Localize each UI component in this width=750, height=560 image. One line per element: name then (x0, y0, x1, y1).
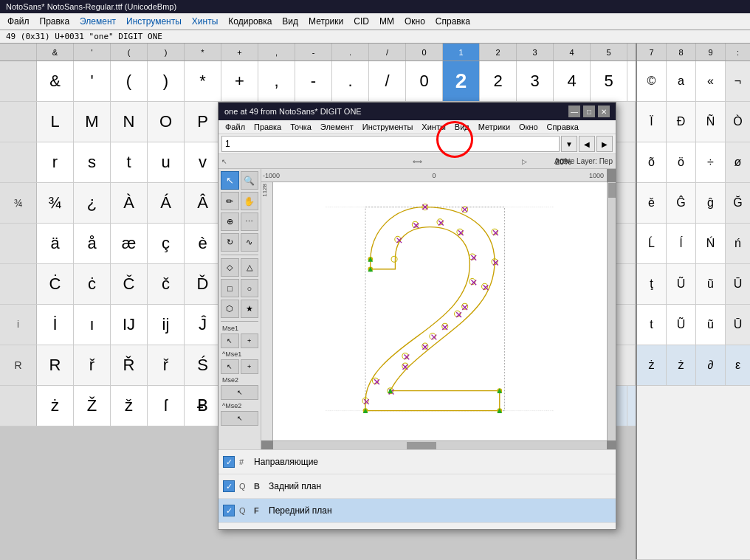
menu-view[interactable]: Вид (278, 15, 303, 28)
char-cell-ccaron[interactable]: č (148, 264, 185, 304)
char-cell-ij[interactable]: ij (148, 305, 185, 345)
char-cell-lparen[interactable]: ( (111, 61, 148, 101)
menu-tools[interactable]: Инструменты (122, 15, 186, 28)
char-cell-s[interactable]: s (74, 142, 111, 182)
char-cell-rparen[interactable]: ) (148, 61, 185, 101)
mse1-ctrl-btn[interactable]: ↖ (221, 359, 239, 374)
menu-metrics[interactable]: Метрики (304, 15, 348, 28)
char-cell-longs[interactable]: ſ (148, 386, 185, 426)
char-cell-Cdot[interactable]: Ċ (37, 264, 74, 304)
star-tool[interactable]: ★ (241, 300, 259, 318)
char-cell-comma[interactable]: , (258, 61, 295, 101)
float-menu-metrics[interactable]: Метрики (475, 121, 514, 133)
char-cell-egrave[interactable]: è (185, 224, 221, 263)
char-cell-two[interactable]: 2 (480, 61, 517, 101)
right-cell-Ograve-r[interactable]: Ò (726, 102, 750, 142)
char-cell-zcaron[interactable]: ž (111, 386, 148, 426)
right-cell-copyright[interactable]: © (637, 61, 667, 101)
vertical-scrollbar[interactable] (607, 182, 616, 440)
right-cell-gcirc[interactable]: ĝ (696, 183, 726, 223)
char-cell-Zcaron[interactable]: Ž (74, 386, 111, 426)
knife-tool[interactable]: ◇ (221, 258, 239, 277)
minimize-button[interactable]: — (568, 106, 580, 117)
char-cell-aelig[interactable]: æ (111, 224, 148, 263)
char-cell-O[interactable]: O (148, 102, 185, 142)
right-cell-utilde2[interactable]: ũ (696, 305, 726, 345)
float-menu-hints[interactable]: Хинты (418, 121, 450, 133)
right-cell-zdot-r[interactable]: ż (637, 345, 667, 385)
right-cell-ecaron[interactable]: ě (637, 183, 667, 223)
right-cell-Ntilde-r[interactable]: Ñ (696, 102, 726, 142)
right-cell-div[interactable]: ÷ (696, 142, 726, 182)
float-menu-edit[interactable]: Правка (250, 121, 285, 133)
menu-element[interactable]: Элемент (75, 15, 120, 28)
layer-fg-checkbox[interactable]: ✓ (223, 505, 235, 516)
char-cell-t[interactable]: t (111, 142, 148, 182)
char-cell-amacron2[interactable]: ā (627, 386, 636, 426)
right-cell-laquo[interactable]: « (696, 61, 726, 101)
right-cell-Eth-r[interactable]: Ð (667, 102, 696, 142)
right-cell-Gbreve[interactable]: Ğ (726, 183, 750, 223)
right-cell-epsilon[interactable]: ε (726, 345, 750, 385)
char-cell-r[interactable]: r (37, 142, 74, 182)
char-cell-auml[interactable]: ä (37, 224, 74, 263)
char-cell-dot[interactable]: . (332, 61, 369, 101)
char-cell-zdot[interactable]: ż (37, 386, 74, 426)
right-cell-oslash[interactable]: ø (726, 142, 750, 182)
menu-edit[interactable]: Правка (35, 15, 75, 28)
right-cell-t2[interactable]: t (637, 305, 667, 345)
char-cell-rcaron2[interactable]: ř (148, 345, 185, 385)
draw-tool[interactable]: ✏ (221, 192, 239, 210)
menu-window[interactable]: Окно (400, 15, 430, 28)
right-cell-otilde[interactable]: õ (637, 142, 667, 182)
char-cell-Ccaron[interactable]: Č (111, 264, 148, 304)
right-cell-Utilde[interactable]: Ũ (667, 264, 696, 304)
char-cell-apos[interactable]: ' (74, 61, 111, 101)
toolbar-next-btn[interactable]: ▶ (596, 136, 613, 152)
char-cell-five[interactable]: 5 (591, 61, 627, 101)
menu-hints[interactable]: Хинты (188, 15, 222, 28)
char-cell-u[interactable]: u (148, 142, 185, 182)
mse1-extra-btn[interactable]: + (241, 333, 259, 348)
char-cell-minus[interactable]: - (295, 61, 332, 101)
menu-mm[interactable]: ММ (375, 15, 399, 28)
float-menu-element[interactable]: Элемент (317, 121, 357, 133)
char-cell-one-active[interactable]: 2 (443, 61, 480, 101)
right-cell-lacute[interactable]: ĺ (667, 224, 696, 263)
char-cell-slash[interactable]: / (369, 61, 406, 101)
zoom-tool[interactable]: 🔍 (241, 171, 259, 190)
right-cell-nacute[interactable]: ń (726, 224, 750, 263)
char-cell-ccedil[interactable]: ç (148, 224, 185, 263)
glyph-name-input[interactable] (221, 136, 560, 152)
char-cell-rcaron[interactable]: ř (74, 345, 111, 385)
ellipse-tool[interactable]: ○ (241, 279, 259, 297)
char-cell-P[interactable]: P (185, 102, 221, 142)
mse1-ctrl-extra-btn[interactable]: + (241, 359, 259, 374)
float-menu-point[interactable]: Точка (286, 121, 315, 133)
char-cell-star[interactable]: * (185, 61, 221, 101)
rect-tool[interactable]: □ (221, 279, 239, 297)
char-cell-Aacute[interactable]: Á (148, 183, 185, 223)
right-cell-tcedr[interactable]: ţ (637, 264, 667, 304)
menu-help[interactable]: Справка (431, 15, 475, 28)
float-title-bar[interactable]: one at 49 from NotoSans* DIGIT ONE — □ ✕ (219, 103, 616, 120)
float-menu-help[interactable]: Справка (543, 121, 582, 133)
char-cell-Dcaron[interactable]: Ď (185, 264, 221, 304)
right-cell-partial[interactable]: ∂ (696, 345, 726, 385)
right-cell-Iuml[interactable]: Ï (637, 102, 667, 142)
menu-cid[interactable]: CID (349, 15, 374, 28)
layer-guides-checkbox[interactable]: ✓ (223, 456, 235, 468)
toolbar-down-btn[interactable]: ▼ (561, 136, 577, 152)
char-cell-amp[interactable]: & (37, 61, 74, 101)
close-button[interactable]: ✕ (598, 106, 610, 117)
rotate-tool[interactable]: ↻ (221, 233, 239, 252)
maximize-button[interactable]: □ (583, 106, 595, 117)
polygon-tool[interactable]: ⬡ (221, 300, 239, 318)
select-tool[interactable]: ↖ (221, 171, 239, 190)
float-menu-view[interactable]: Вид (451, 121, 473, 133)
char-cell-Jcirc[interactable]: Ĵ (185, 305, 221, 345)
right-cell-Nacute[interactable]: Ń (696, 224, 726, 263)
mse2-btn[interactable]: ↖ (221, 385, 258, 400)
char-cell-plus[interactable]: + (221, 61, 258, 101)
spiro-tool[interactable]: ∿ (241, 233, 259, 252)
